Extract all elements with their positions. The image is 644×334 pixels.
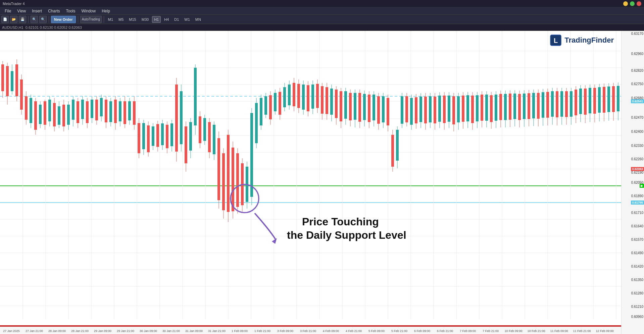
svg-rect-118 xyxy=(166,125,168,148)
tf-w1[interactable]: W1 xyxy=(182,16,192,23)
price-badge-green: ▶ xyxy=(640,184,644,188)
svg-rect-136 xyxy=(208,122,211,152)
tf-mn[interactable]: MN xyxy=(193,16,203,23)
tf-m30[interactable]: M30 xyxy=(140,16,151,23)
svg-rect-90 xyxy=(100,98,103,116)
svg-rect-100 xyxy=(123,101,126,124)
svg-rect-104 xyxy=(133,101,136,125)
tf-h1[interactable]: H1 xyxy=(152,16,161,23)
time-label-15: 4 Feb 21:00 xyxy=(346,329,362,333)
svg-rect-88 xyxy=(95,100,98,120)
svg-rect-92 xyxy=(105,100,107,122)
svg-rect-78 xyxy=(72,100,75,120)
svg-rect-112 xyxy=(152,126,154,146)
tf-m1[interactable]: M1 xyxy=(106,16,115,23)
svg-rect-132 xyxy=(199,116,201,143)
title-bar-controls[interactable] xyxy=(623,1,641,6)
svg-rect-192 xyxy=(340,91,342,121)
svg-rect-0 xyxy=(0,31,621,327)
svg-rect-122 xyxy=(175,85,178,152)
time-label-13: 3 Feb 21:00 xyxy=(300,329,316,333)
tf-h4[interactable]: H4 xyxy=(162,16,171,23)
svg-rect-238 xyxy=(448,96,450,122)
menu-help[interactable]: Help xyxy=(99,8,113,14)
svg-rect-114 xyxy=(156,124,159,147)
svg-rect-190 xyxy=(335,90,338,118)
time-label-4: 29 Jan 09:00 xyxy=(94,329,111,333)
zoom-in-button[interactable]: 🔍 xyxy=(31,16,38,23)
time-label-24: 11 Feb 09:00 xyxy=(550,329,568,333)
svg-rect-212 xyxy=(387,98,389,125)
svg-rect-176 xyxy=(302,85,305,110)
menu-tools[interactable]: Tools xyxy=(63,8,78,14)
time-label-10: 1 Feb 09:00 xyxy=(232,329,248,333)
separator-1 xyxy=(28,16,29,23)
svg-rect-290 xyxy=(570,91,573,117)
new-order-button[interactable]: New Order xyxy=(51,16,76,23)
price-label-12: 0.61710 xyxy=(631,211,643,215)
svg-rect-254 xyxy=(485,95,488,121)
svg-rect-60 xyxy=(30,98,32,123)
svg-rect-196 xyxy=(349,93,352,120)
menu-view[interactable]: View xyxy=(14,8,29,14)
maximize-button[interactable] xyxy=(630,1,635,6)
svg-rect-80 xyxy=(77,101,79,123)
svg-rect-142 xyxy=(222,153,225,210)
svg-rect-242 xyxy=(457,96,460,122)
svg-rect-252 xyxy=(481,95,483,121)
svg-rect-296 xyxy=(584,89,587,115)
time-label-23: 10 Feb 21:00 xyxy=(527,329,545,333)
svg-rect-236 xyxy=(443,96,446,123)
open-button[interactable]: 📂 xyxy=(10,16,17,23)
menu-insert[interactable]: Insert xyxy=(29,8,45,14)
price-label-15: 0.61490 xyxy=(631,251,643,255)
tf-d1[interactable]: D1 xyxy=(172,16,181,23)
svg-rect-198 xyxy=(354,93,356,120)
svg-rect-310 xyxy=(617,86,620,111)
chart-container[interactable]: Price Touching the Daily Support Level 0… xyxy=(0,31,644,334)
price-label-13: 0.61640 xyxy=(631,224,643,228)
time-label-14: 4 Feb 09:00 xyxy=(323,329,339,333)
svg-rect-170 xyxy=(288,85,291,105)
time-label-6: 30 Jan 09:00 xyxy=(140,329,157,333)
minimize-button[interactable] xyxy=(623,1,628,6)
svg-rect-230 xyxy=(429,96,432,122)
svg-rect-278 xyxy=(542,92,544,118)
svg-rect-82 xyxy=(81,100,84,119)
svg-rect-208 xyxy=(377,96,380,124)
svg-rect-128 xyxy=(189,122,192,151)
price-label-5: 0.62470 xyxy=(631,116,643,119)
auto-trading-button[interactable]: AutoTrading xyxy=(80,16,102,23)
zoom-out-button[interactable]: 🔍 xyxy=(39,16,47,23)
tf-m5[interactable]: M5 xyxy=(116,16,126,23)
menu-bar: File View Insert Charts Tools Window Hel… xyxy=(0,7,644,15)
svg-rect-282 xyxy=(551,91,554,117)
time-label-16: 5 Feb 09:00 xyxy=(368,329,385,333)
svg-rect-84 xyxy=(86,101,89,123)
svg-rect-126 xyxy=(185,126,187,163)
menu-window[interactable]: Window xyxy=(79,8,99,14)
svg-rect-116 xyxy=(161,123,164,145)
tf-m15[interactable]: M15 xyxy=(127,16,138,23)
menu-charts[interactable]: Charts xyxy=(45,8,62,14)
save-button[interactable]: 💾 xyxy=(19,16,26,23)
time-label-5: 29 Jan 21:00 xyxy=(117,329,134,333)
svg-rect-54 xyxy=(15,64,18,96)
svg-rect-256 xyxy=(490,95,493,122)
svg-rect-62 xyxy=(34,101,37,130)
svg-rect-272 xyxy=(528,93,530,119)
time-label-18: 6 Feb 09:00 xyxy=(414,329,430,333)
svg-rect-270 xyxy=(523,94,526,119)
svg-text:L: L xyxy=(554,37,558,44)
svg-rect-188 xyxy=(330,89,333,115)
title-bar: MetaTrader 4 xyxy=(0,0,644,7)
svg-rect-232 xyxy=(434,97,436,123)
menu-file[interactable]: File xyxy=(2,8,14,14)
trading-finder-logo: L TradingFinder xyxy=(550,34,614,46)
svg-rect-240 xyxy=(452,96,455,124)
close-button[interactable] xyxy=(637,1,641,6)
svg-rect-248 xyxy=(471,96,474,123)
time-label-25: 11 Feb 21:00 xyxy=(573,329,591,333)
new-chart-button[interactable]: 📄 xyxy=(1,16,9,23)
bottom-red-bar xyxy=(0,325,621,327)
